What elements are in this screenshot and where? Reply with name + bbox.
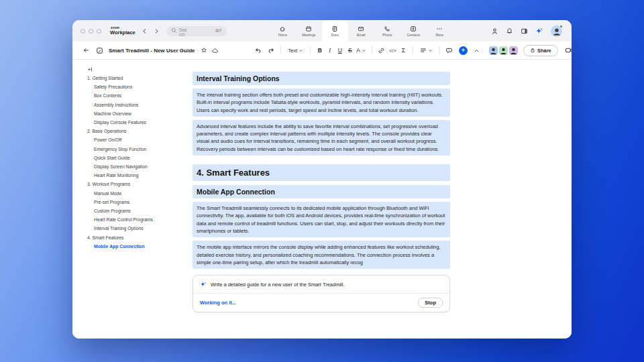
doc-back-button[interactable] [80, 45, 91, 56]
code-button[interactable]: </> [387, 48, 398, 53]
sync-status-button[interactable] [209, 45, 220, 56]
favorite-button[interactable] [199, 45, 209, 56]
italic-button[interactable]: I [325, 47, 335, 54]
video-call-button[interactable] [564, 45, 572, 56]
doc-paragraph[interactable]: The Smart Treadmill seamlessly connects … [193, 202, 450, 237]
window-close-button[interactable] [80, 29, 85, 34]
tab-email-label: Email [357, 33, 366, 37]
window-minimize-button[interactable] [89, 29, 93, 34]
toc-item[interactable]: Manual Mode [72, 189, 181, 198]
document-column: Interval Training Options The interval t… [193, 60, 450, 312]
collaborator-avatar[interactable] [499, 46, 508, 55]
email-icon [358, 25, 364, 32]
tab-more[interactable]: More [427, 20, 453, 42]
toc-item[interactable]: Custom Programs [72, 206, 181, 215]
tab-phone-label: Phone [382, 33, 392, 37]
tab-meetings[interactable]: Meetings [296, 20, 322, 42]
font-color-dropdown[interactable]: A [356, 47, 366, 54]
collaborator-avatar[interactable] [509, 46, 518, 55]
toc-item[interactable]: Safety Precautions [72, 82, 181, 91]
ai-companion-button[interactable] [535, 27, 543, 35]
toc-item[interactable]: 1. Getting Started [72, 74, 181, 82]
toc-item[interactable]: 2. Base Operations [72, 127, 181, 135]
doc-content: 1. Getting Started Safety Precautions Bo… [72, 60, 572, 339]
comment-icon [445, 47, 453, 54]
toc-item[interactable]: Display Console Features [72, 118, 181, 127]
toc-item[interactable]: Display Screen Navigation [72, 162, 181, 171]
nav-forward-button[interactable] [154, 28, 160, 34]
nav-back-button[interactable] [142, 28, 148, 34]
tab-home-label: Home [278, 33, 287, 37]
undo-icon [254, 47, 262, 54]
doc-paragraph[interactable]: Advanced interval features include the a… [193, 120, 450, 156]
toc-item[interactable]: 4. Smart Features [72, 233, 181, 242]
bold-button[interactable]: B [315, 47, 325, 54]
tab-email[interactable]: Email [348, 20, 374, 42]
home-icon [279, 25, 286, 32]
window-zoom-button[interactable] [97, 29, 101, 34]
font-color-label: A [356, 47, 360, 54]
toc-item[interactable]: Assembly Instructions [72, 101, 181, 109]
chevron-down-icon [362, 48, 366, 53]
insert-block-button[interactable]: + [459, 46, 468, 55]
collapse-toolbar-button[interactable] [472, 45, 482, 56]
cloud-icon [211, 47, 219, 54]
strikethrough-button[interactable]: S [345, 47, 355, 54]
text-style-dropdown[interactable]: Text [288, 48, 303, 54]
outline-sidebar: 1. Getting Started Safety Precautions Bo… [72, 60, 181, 339]
link-button[interactable] [376, 45, 387, 56]
presence-dot [559, 25, 564, 29]
brand-workplace: Workplace [110, 30, 136, 36]
divider [439, 46, 440, 54]
toc-item[interactable]: Interval Training Options [72, 224, 181, 233]
profile-icon [491, 27, 498, 35]
zoom-workplace-window: zoom Workplace Search ⌘F Home Meetings [72, 20, 572, 339]
ai-sparkle-icon [200, 281, 207, 288]
tab-phone[interactable]: Phone [374, 20, 400, 42]
chevron-right-icon [154, 28, 160, 34]
collapse-sidebar-button[interactable] [87, 65, 181, 74]
doc-heading[interactable]: Interval Training Options [193, 72, 450, 85]
global-search-input[interactable]: Search ⌘F [166, 26, 227, 36]
toc-item[interactable]: Machine Overview [72, 109, 181, 118]
side-panel-toggle[interactable] [521, 27, 528, 35]
doc-heading[interactable]: Mobile App Connection [193, 185, 450, 198]
profile-button[interactable] [491, 27, 498, 35]
tab-docs[interactable]: Docs [322, 20, 348, 42]
toc-item[interactable]: Power On/Off [72, 135, 181, 144]
toc-item[interactable]: Heart Rate Monitoring [72, 171, 181, 180]
doc-switcher-button[interactable] [94, 45, 105, 56]
share-label: Share [537, 48, 551, 54]
formula-button[interactable]: Σ [398, 47, 409, 54]
undo-button[interactable] [252, 45, 263, 56]
tab-contacts[interactable]: Contacts [400, 20, 427, 42]
toc-item[interactable]: Box Contents [72, 91, 181, 100]
doc-heading[interactable]: 4. Smart Features [193, 164, 450, 181]
tab-home[interactable]: Home [270, 20, 296, 42]
redo-button[interactable] [266, 45, 276, 56]
docs-icon [331, 25, 338, 32]
toc-item[interactable]: Emergency Stop Function [72, 145, 181, 154]
toc-item[interactable]: Heart Rate Control Programs [72, 215, 181, 224]
toc-item[interactable]: Pre-set Programs [72, 198, 181, 206]
toc-item[interactable]: 3. Workout Programs [72, 180, 181, 188]
ai-stop-button[interactable]: Stop [418, 298, 443, 308]
toc-item-active[interactable]: Mobile App Connection [72, 242, 181, 251]
align-dropdown[interactable] [420, 47, 433, 54]
toc-item[interactable]: Quick Start Guide [72, 154, 181, 162]
document-canvas[interactable]: Interval Training Options The interval t… [181, 60, 572, 339]
doc-pen-icon [96, 47, 103, 54]
comment-button[interactable] [444, 45, 455, 56]
doc-paragraph[interactable]: The mobile app interface mirrors the con… [193, 241, 450, 269]
contacts-icon [410, 25, 417, 32]
share-button[interactable]: Share [523, 45, 558, 56]
underline-button[interactable]: U [335, 47, 345, 54]
notifications-button[interactable] [506, 27, 513, 35]
avatar-person-icon [489, 46, 498, 55]
collaborator-avatars[interactable] [489, 46, 518, 55]
divider [280, 46, 281, 54]
collaborator-avatar[interactable] [489, 46, 498, 55]
doc-paragraph[interactable]: The interval training section offers bot… [193, 88, 450, 117]
user-avatar[interactable] [551, 25, 562, 37]
doc-title[interactable]: Smart Treadmill - New User Guide [109, 48, 195, 54]
